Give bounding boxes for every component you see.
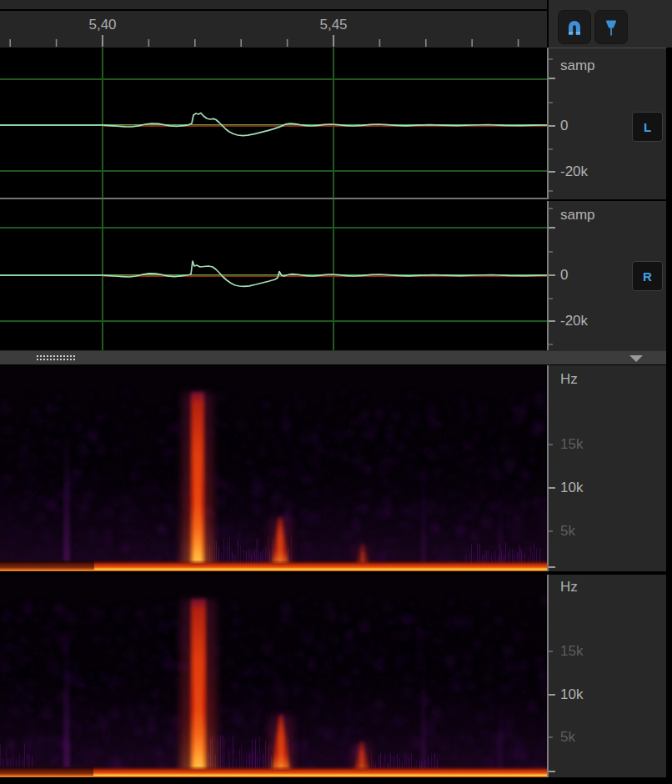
waveform-display[interactable]	[0, 48, 547, 350]
spectrogram-display-left[interactable]	[0, 365, 547, 571]
axis-label-zero: 0	[560, 267, 568, 284]
axis-label-15k: 15k	[560, 436, 583, 453]
waveform-scale-left[interactable]: samp 0 -20k L	[547, 48, 666, 199]
snap-toggle-button[interactable]	[558, 10, 591, 44]
pin-toggle-button[interactable]	[594, 10, 628, 44]
audio-editor-window: 5,40 5,45 samp 0 -20k L	[0, 0, 672, 784]
channel-left-button[interactable]: L	[632, 112, 663, 142]
channel-right-button[interactable]: R	[632, 261, 663, 291]
spectrogram-display-right[interactable]	[0, 575, 547, 777]
pin-icon	[601, 18, 621, 38]
spectrogram-scale-left[interactable]: Hz 15k 10k 5k	[547, 365, 666, 571]
bottom-edge	[0, 777, 672, 784]
axis-label-neg20k: -20k	[560, 163, 588, 180]
splitter-collapse-button[interactable]	[629, 355, 643, 362]
unit-label: samp	[560, 207, 595, 224]
spectrogram-scale-right[interactable]: Hz 15k 10k 5k	[547, 575, 666, 777]
waveform-scale-right[interactable]: samp 0 -20k R	[547, 201, 666, 350]
spectrogram-canvas	[0, 365, 547, 571]
axis-label-neg20k: -20k	[560, 313, 588, 329]
magnet-icon	[564, 18, 584, 38]
toolbar	[547, 0, 672, 48]
axis-label-10k: 10k	[560, 480, 583, 496]
timeline-ruler[interactable]: 5,40 5,45	[0, 0, 547, 48]
waveform-canvas	[0, 48, 547, 350]
axis-label-10k: 10k	[560, 686, 583, 703]
axis-label-zero: 0	[560, 118, 568, 134]
axis-label-5k: 5k	[560, 523, 575, 540]
splitter-handle[interactable]	[0, 350, 666, 364]
axis-label-5k: 5k	[560, 729, 575, 746]
unit-label: Hz	[560, 579, 578, 596]
right-edge	[666, 48, 672, 784]
axis-label-15k: 15k	[560, 643, 583, 660]
splitter-grip-dots[interactable]	[36, 354, 75, 361]
unit-label: Hz	[560, 371, 578, 388]
unit-label: samp	[560, 58, 595, 74]
timeline-ticks	[0, 0, 547, 48]
spectrogram-canvas	[0, 575, 547, 777]
